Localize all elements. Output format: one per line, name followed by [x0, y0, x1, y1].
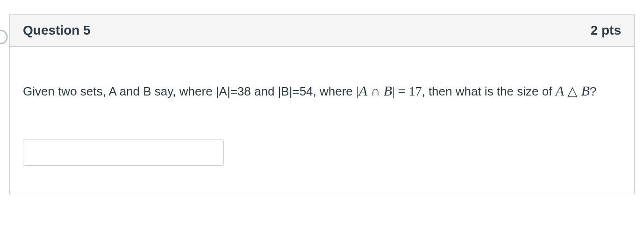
- question-header: Question 5 2 pts: [10, 15, 634, 47]
- text-post: ?: [590, 84, 596, 98]
- svg-point-0: [0, 30, 7, 44]
- question-title: Question 5: [23, 23, 91, 38]
- math-B-1: B: [384, 83, 392, 98]
- math-intersect: ∩: [371, 84, 380, 98]
- math-symmetric-diff: △: [567, 84, 578, 98]
- question-points: 2 pts: [591, 23, 621, 38]
- question-text: Given two sets, A and B say, where |A|=3…: [23, 80, 621, 102]
- math-eq-17: = 17: [395, 84, 422, 98]
- text-mid: , then what is the size of: [422, 84, 555, 98]
- math-B-2: B: [581, 83, 589, 98]
- math-A-2: A: [556, 83, 564, 98]
- question-card: Question 5 2 pts Given two sets, A and B…: [9, 14, 635, 194]
- text-pre: Given two sets, A and B say, where |A|=3…: [23, 84, 356, 98]
- question-body: Given two sets, A and B say, where |A|=3…: [10, 47, 634, 194]
- question-marker-icon: [0, 29, 8, 45]
- answer-input[interactable]: [23, 140, 224, 166]
- math-A-1: A: [359, 83, 367, 98]
